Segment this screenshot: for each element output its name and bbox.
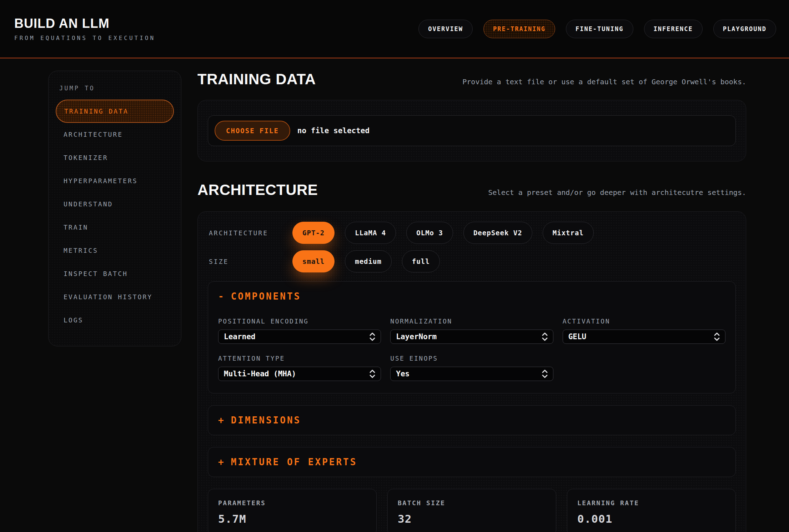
brand: BUILD AN LLM FROM EQUATIONS TO EXECUTION [14, 16, 155, 41]
architecture-preset-group: GPT-2 LLaMA 4 OLMo 3 DeepSeek V2 Mixtral [292, 222, 594, 244]
parameters-label: PARAMETERS [218, 499, 366, 507]
nav-tab-overview[interactable]: OVERVIEW [418, 20, 473, 38]
select-chevron-icon [714, 332, 720, 341]
sidebar-item-logs[interactable]: LOGS [56, 308, 174, 332]
nav-tab-playground[interactable]: PLAYGROUND [713, 20, 776, 38]
select-chevron-icon [369, 332, 376, 341]
architecture-preset-label: ARCHITECTURE [208, 229, 292, 237]
training-data-description: Provide a text file or use a default set… [462, 77, 746, 86]
learning-rate-value: 0.001 [577, 512, 725, 525]
sidebar-item-metrics[interactable]: METRICS [56, 239, 174, 262]
sidebar-item-architecture[interactable]: ARCHITECTURE [56, 123, 174, 146]
top-nav: OVERVIEW PRE-TRAINING FINE-TUNING INFERE… [418, 20, 776, 38]
attention-type-value: Multi-Head (MHA) [224, 370, 296, 378]
preset-button-deepseek-v2[interactable]: DeepSeek V2 [463, 222, 532, 244]
size-label: SIZE [208, 258, 292, 265]
architecture-header: ARCHITECTURE Select a preset and/or go d… [197, 181, 746, 199]
batch-size-label: BATCH SIZE [398, 499, 546, 507]
field-use-einops: USE EINOPS Yes [390, 355, 553, 381]
size-button-medium[interactable]: medium [345, 250, 392, 272]
page-layout: JUMP TO TRAINING DATA ARCHITECTURE TOKEN… [0, 59, 789, 532]
app-subtitle: FROM EQUATIONS TO EXECUTION [14, 35, 155, 41]
expand-plus-icon: + [218, 415, 225, 426]
collapse-minus-icon: - [218, 291, 225, 302]
file-input-box: CHOOSE FILE no file selected [208, 115, 736, 146]
stat-card-learning-rate: LEARNING RATE 0.001 [567, 489, 736, 532]
sidebar-item-tokenizer[interactable]: TOKENIZER [56, 146, 174, 169]
use-einops-label: USE EINOPS [390, 355, 553, 362]
stat-card-parameters: PARAMETERS 5.7M [208, 489, 377, 532]
training-data-section: TRAINING DATA Provide a text file or use… [197, 71, 746, 161]
size-button-full[interactable]: full [402, 250, 440, 272]
architecture-preset-row: ARCHITECTURE GPT-2 LLaMA 4 OLMo 3 DeepSe… [208, 222, 736, 244]
nav-tab-fine-tuning[interactable]: FINE-TUNING [566, 20, 633, 38]
use-einops-select[interactable]: Yes [390, 367, 553, 381]
nav-tab-inference[interactable]: INFERENCE [644, 20, 703, 38]
sidebar-item-train[interactable]: TRAIN [56, 216, 174, 239]
nav-tab-pre-training[interactable]: PRE-TRAINING [483, 20, 555, 38]
activation-label: ACTIVATION [563, 317, 725, 325]
field-positional-encoding: POSITIONAL ENCODING Learned [218, 317, 381, 344]
preset-button-mixtral[interactable]: Mixtral [543, 222, 594, 244]
size-group: small medium full [292, 250, 440, 272]
batch-size-value: 32 [398, 512, 546, 525]
main-content: TRAINING DATA Provide a text file or use… [197, 71, 746, 532]
size-row: SIZE small medium full [208, 250, 736, 272]
mixture-of-experts-toggle[interactable]: + MIXTURE OF EXPERTS [218, 457, 725, 467]
app-header: BUILD AN LLM FROM EQUATIONS TO EXECUTION… [0, 0, 789, 59]
training-data-title: TRAINING DATA [197, 71, 316, 88]
sidebar-item-understand[interactable]: UNDERSTAND [56, 192, 174, 216]
stats-row: PARAMETERS 5.7M BATCH SIZE 32 LEARNING R… [208, 489, 736, 532]
app-root: BUILD AN LLM FROM EQUATIONS TO EXECUTION… [0, 0, 789, 532]
positional-encoding-select[interactable]: Learned [218, 330, 381, 344]
stat-card-batch-size: BATCH SIZE 32 [387, 489, 556, 532]
learning-rate-label: LEARNING RATE [577, 499, 725, 507]
architecture-title: ARCHITECTURE [197, 181, 318, 199]
select-chevron-icon [542, 369, 548, 378]
components-fields: POSITIONAL ENCODING Learned NORMALIZATIO… [218, 317, 725, 381]
sidebar-item-hyperparameters[interactable]: HYPERPARAMETERS [56, 169, 174, 192]
preset-button-gpt-2[interactable]: GPT-2 [292, 222, 335, 244]
training-data-card: CHOOSE FILE no file selected [197, 100, 746, 161]
mixture-of-experts-panel: + MIXTURE OF EXPERTS [208, 447, 736, 477]
architecture-description: Select a preset and/or go deeper with ar… [488, 188, 746, 197]
positional-encoding-label: POSITIONAL ENCODING [218, 317, 381, 325]
app-title: BUILD AN LLM [14, 16, 155, 31]
select-chevron-icon [369, 369, 376, 378]
components-title: COMPONENTS [231, 291, 301, 302]
normalization-value: LayerNorm [396, 332, 437, 341]
attention-type-label: ATTENTION TYPE [218, 355, 381, 362]
training-data-header: TRAINING DATA Provide a text file or use… [197, 71, 746, 88]
preset-button-olmo-3[interactable]: OLMo 3 [406, 222, 453, 244]
normalization-label: NORMALIZATION [390, 317, 553, 325]
attention-type-select[interactable]: Multi-Head (MHA) [218, 367, 381, 381]
field-normalization: NORMALIZATION LayerNorm [390, 317, 553, 344]
choose-file-button[interactable]: CHOOSE FILE [215, 121, 290, 141]
architecture-card: ARCHITECTURE GPT-2 LLaMA 4 OLMo 3 DeepSe… [197, 211, 746, 532]
size-button-small[interactable]: small [292, 250, 335, 272]
use-einops-value: Yes [396, 370, 409, 378]
dimensions-toggle[interactable]: + DIMENSIONS [218, 415, 725, 426]
sidebar-heading: JUMP TO [56, 82, 174, 100]
dimensions-title: DIMENSIONS [231, 415, 301, 426]
normalization-select[interactable]: LayerNorm [390, 330, 553, 344]
jump-to-sidebar: JUMP TO TRAINING DATA ARCHITECTURE TOKEN… [48, 71, 181, 346]
parameters-value: 5.7M [218, 512, 366, 525]
preset-button-llama-4[interactable]: LLaMA 4 [345, 222, 396, 244]
architecture-section: ARCHITECTURE Select a preset and/or go d… [197, 181, 746, 532]
components-panel: - COMPONENTS POSITIONAL ENCODING Learned [208, 281, 736, 393]
components-toggle[interactable]: - COMPONENTS [218, 291, 725, 302]
mixture-of-experts-title: MIXTURE OF EXPERTS [231, 457, 357, 467]
sidebar-item-evaluation-history[interactable]: EVALUATION HISTORY [56, 285, 174, 308]
field-activation: ACTIVATION GELU [563, 317, 725, 344]
expand-plus-icon: + [218, 457, 225, 467]
activation-select[interactable]: GELU [563, 330, 725, 344]
select-chevron-icon [542, 332, 548, 341]
field-attention-type: ATTENTION TYPE Multi-Head (MHA) [218, 355, 381, 381]
file-status-text: no file selected [297, 126, 370, 135]
sidebar-item-training-data[interactable]: TRAINING DATA [56, 100, 174, 123]
positional-encoding-value: Learned [224, 332, 256, 341]
activation-value: GELU [568, 332, 587, 341]
dimensions-panel: + DIMENSIONS [208, 405, 736, 435]
sidebar-item-inspect-batch[interactable]: INSPECT BATCH [56, 262, 174, 285]
